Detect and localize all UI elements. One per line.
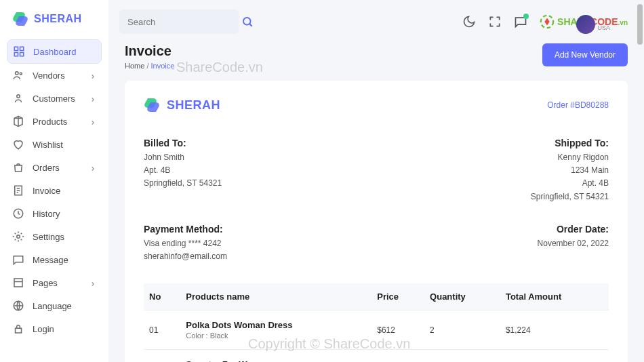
svg-point-4: [16, 72, 19, 75]
page-title: Invoice: [125, 43, 174, 59]
search-icon[interactable]: [241, 16, 254, 28]
message-icon: [12, 254, 24, 266]
globe-icon: [12, 300, 24, 312]
shipped-name: Kenny Rigdon: [531, 151, 609, 164]
search-input[interactable]: [127, 17, 241, 27]
sidebar-item-wishlist[interactable]: Wishlist: [0, 133, 108, 156]
customer-icon: [12, 92, 24, 104]
cell-price: $612: [371, 310, 424, 350]
product-name: Polka Dots Woman Dress: [186, 320, 366, 330]
main-content: Invoice Home / Invoice Add New Vendor SH…: [108, 43, 644, 362]
sidebar-item-orders[interactable]: Orders: [0, 156, 108, 179]
chevron-right-icon: [89, 95, 96, 102]
panel-brand: SHERAH: [144, 97, 220, 113]
breadcrumb: Home / Invoice: [125, 62, 174, 70]
sidebar-item-history[interactable]: History: [0, 202, 108, 225]
shipped-city: Springfield, ST 54321: [531, 190, 609, 203]
heart-icon: [12, 138, 24, 150]
payment-card: Visa ending **** 4242: [144, 237, 227, 250]
sidebar-item-pages[interactable]: Pages: [0, 271, 108, 294]
orderdate-value: November 02, 2022: [538, 237, 609, 250]
billed-to-title: Billed To:: [144, 138, 222, 148]
sidebar-item-settings[interactable]: Settings: [0, 225, 108, 248]
product-meta: Color : Black: [186, 331, 366, 340]
shipped-to-title: Shipped To:: [531, 138, 609, 148]
scrollbar[interactable]: [637, 4, 643, 45]
brand[interactable]: SHERAH: [0, 8, 108, 39]
sidebar-item-label: Dashboard: [33, 47, 77, 57]
box-icon: [12, 115, 24, 127]
sidebar-item-vendors[interactable]: Vendors: [0, 64, 108, 87]
table-row: 02 Sweater For Women Color : Light White…: [144, 350, 609, 362]
invoice-icon: [12, 184, 24, 197]
cell-total: $120: [500, 350, 609, 362]
cell-no: 02: [144, 350, 180, 362]
sidebar-item-products[interactable]: Products: [0, 110, 108, 133]
breadcrumb-home[interactable]: Home: [125, 62, 144, 70]
product-name: Sweater For Women: [186, 359, 366, 362]
brand-logo-icon: [12, 11, 28, 27]
svg-rect-3: [20, 53, 24, 56]
svg-rect-12: [16, 328, 22, 333]
sidebar-item-label: Orders: [33, 163, 60, 173]
col-qty: Quantity: [424, 283, 500, 310]
sidebar-item-invoice[interactable]: Invoice: [0, 179, 108, 202]
avatar[interactable]: [576, 15, 595, 34]
order-id: Order #BD80288: [547, 100, 609, 110]
sidebar-item-dashboard[interactable]: Dashboard: [7, 39, 102, 64]
sidebar-item-label: Wishlist: [33, 140, 63, 150]
svg-point-6: [17, 95, 20, 98]
dashboard-icon: [13, 45, 25, 58]
cell-product: Polka Dots Woman Dress Color : Black: [180, 310, 371, 350]
panel-brand-name: SHERAH: [167, 98, 220, 113]
col-no: No: [144, 283, 180, 310]
shipped-to-block: Shipped To: Kenny Rigdon 1234 Main Apt. …: [531, 138, 609, 203]
svg-rect-0: [14, 47, 18, 50]
svg-point-5: [20, 73, 22, 75]
cell-product: Sweater For Women Color : Light White: [180, 350, 371, 362]
sidebar-item-label: Customers: [33, 94, 75, 104]
payment-title: Payment Method:: [144, 224, 227, 235]
svg-rect-2: [14, 53, 18, 56]
sidebar-item-label: History: [33, 209, 60, 219]
sidebar-item-message[interactable]: Message: [0, 248, 108, 271]
svg-rect-10: [14, 279, 22, 287]
dark-mode-icon[interactable]: [462, 15, 476, 28]
brand-name: SHERAH: [34, 13, 82, 25]
user-location: USA: [597, 24, 610, 31]
col-name: Products name: [180, 283, 371, 310]
sidebar-item-login[interactable]: Login: [0, 317, 108, 340]
sidebar-item-label: Language: [33, 301, 72, 311]
cell-no: 01: [144, 310, 180, 350]
payment-email: sherahinfo@email.com: [144, 250, 227, 263]
billed-to-block: Billed To: John Smith Apt. 4B Springfiel…: [144, 138, 222, 203]
notification-dot: [523, 14, 529, 19]
gear-icon: [12, 230, 24, 243]
chevron-right-icon: [89, 164, 96, 171]
shipped-street: 1234 Main: [531, 164, 609, 177]
sidebar-item-label: Invoice: [33, 186, 60, 196]
invoice-table: No Products name Price Quantity Total Am…: [144, 283, 609, 362]
svg-point-9: [17, 235, 20, 239]
sidebar-item-label: Products: [33, 117, 67, 127]
shipped-apt: Apt. 4B: [531, 177, 609, 190]
chevron-right-icon: [89, 72, 96, 79]
lock-icon: [12, 323, 24, 335]
col-price: Price: [371, 283, 424, 310]
orderdate-block: Order Date: November 02, 2022: [538, 224, 609, 263]
fullscreen-icon[interactable]: [488, 15, 502, 28]
sidebar: SHERAH Dashboard Vendors Customers Produ…: [0, 0, 108, 362]
add-new-vendor-button[interactable]: Add New Vendor: [542, 43, 628, 66]
billed-name: John Smith: [144, 151, 222, 164]
search-box[interactable]: [119, 9, 239, 34]
invoice-panel: SHERAH Order #BD80288 Billed To: John Sm…: [125, 81, 628, 362]
sidebar-item-customers[interactable]: Customers: [0, 87, 108, 110]
orderdate-title: Order Date:: [538, 224, 609, 235]
sidebar-item-label: Vendors: [33, 71, 65, 81]
sidebar-item-language[interactable]: Language: [0, 294, 108, 317]
chat-icon[interactable]: [514, 15, 527, 28]
cell-total: $1,224: [500, 310, 609, 350]
billed-apt: Apt. 4B: [144, 164, 222, 177]
cell-price: $120: [371, 350, 424, 362]
sharecode-icon: [540, 14, 555, 29]
